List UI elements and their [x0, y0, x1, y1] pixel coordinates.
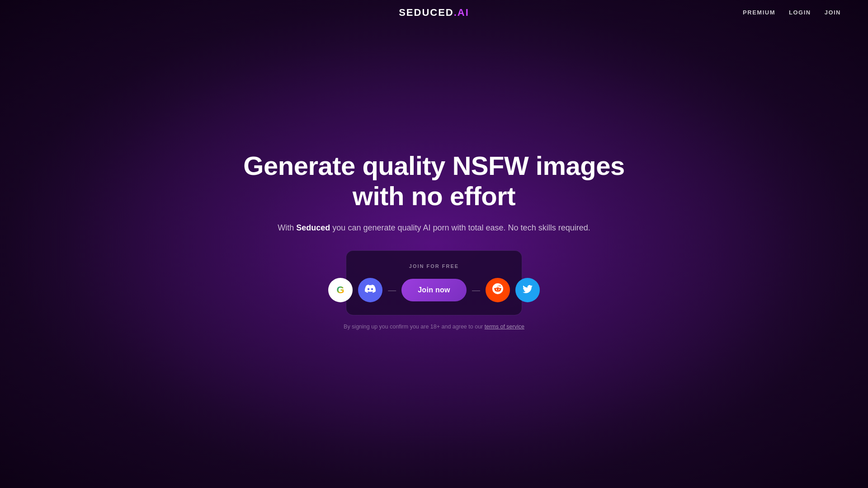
- disclaimer: By signing up you confirm you are 18+ an…: [231, 324, 637, 330]
- logo[interactable]: SEDUCED.AI: [399, 7, 469, 19]
- reddit-signup-button[interactable]: [486, 278, 510, 302]
- hero-subtext: With Seduced you can generate quality AI…: [231, 222, 637, 234]
- nav-join[interactable]: JOIN: [825, 9, 841, 16]
- disclaimer-prefix: By signing up you confirm you are 18+ an…: [344, 324, 485, 330]
- terms-of-service-link[interactable]: terms of service: [485, 324, 524, 330]
- join-card: JOIN FOR FREE G — Join now —: [346, 250, 522, 315]
- separator-right: —: [472, 286, 480, 295]
- join-now-button[interactable]: Join now: [401, 279, 467, 301]
- twitter-icon: [523, 284, 533, 296]
- google-signup-button[interactable]: G: [328, 278, 353, 302]
- social-row: G — Join now —: [364, 278, 504, 302]
- reddit-icon: [492, 283, 503, 297]
- twitter-signup-button[interactable]: [515, 278, 540, 302]
- main-content: Generate quality NSFW images with no eff…: [231, 151, 637, 330]
- discord-icon: [365, 283, 376, 297]
- separator-left: —: [388, 286, 396, 295]
- discord-signup-button[interactable]: [358, 278, 382, 302]
- nav-login[interactable]: LOGIN: [789, 9, 811, 16]
- navigation: SEDUCED.AI PREMIUM LOGIN JOIN: [0, 0, 868, 25]
- subtext-suffix: you can generate quality AI porn with to…: [330, 223, 590, 232]
- subtext-prefix: With: [278, 223, 296, 232]
- hero-headline: Generate quality NSFW images with no eff…: [231, 151, 637, 211]
- join-card-label: JOIN FOR FREE: [364, 263, 504, 269]
- nav-links: PREMIUM LOGIN JOIN: [743, 9, 841, 16]
- logo-suffix: .AI: [454, 7, 469, 18]
- brand-name: Seduced: [296, 223, 330, 232]
- logo-main: SEDUCED: [399, 7, 454, 18]
- nav-premium[interactable]: PREMIUM: [743, 9, 775, 16]
- google-icon: G: [337, 284, 344, 296]
